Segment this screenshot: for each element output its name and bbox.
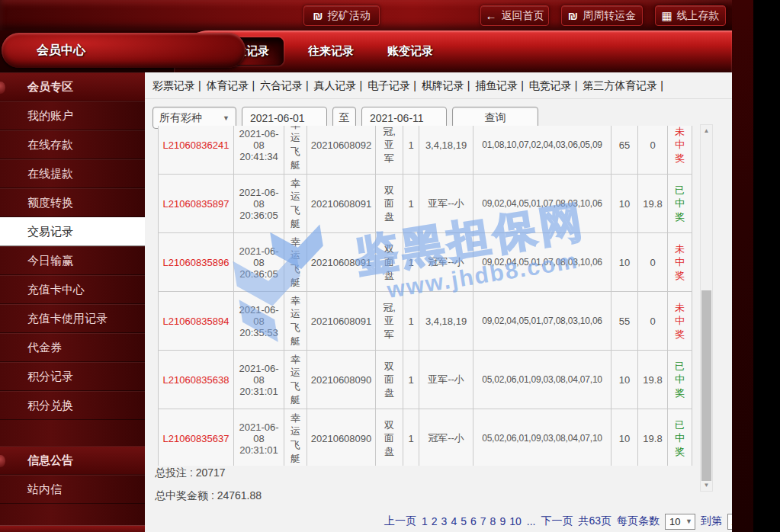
sidebar-item-site-mail[interactable]: 站内信 [0, 475, 145, 504]
order-id-link[interactable]: L21060835897 [163, 198, 230, 210]
page-link-5[interactable]: 5 [461, 515, 467, 527]
sidebar-item-member-zone[interactable]: 会员专区 [0, 72, 145, 101]
link-esports-records[interactable]: 电竞记录 [529, 79, 572, 91]
tab-transfer-records[interactable]: 往来记录 [308, 44, 354, 59]
status-badge: 已中奖 [672, 360, 688, 400]
bet-content: 冠军--小 [419, 409, 473, 466]
sidebar-item-label: 充值卡使用记录 [27, 312, 108, 326]
game-type: 幸运飞艇 [288, 353, 303, 406]
link-board-records[interactable]: 棋牌记录 [422, 79, 464, 91]
sidebar-item-quota-transfer[interactable]: 额度转换 [0, 188, 145, 217]
play-type: 双面盘 [382, 184, 397, 224]
record-tabs: 投注记录 往来记录 账变记录 [174, 30, 732, 72]
sidebar-item-announcements[interactable]: 信息公告 [0, 446, 145, 475]
link-lottery-records[interactable]: 彩票记录 [152, 79, 195, 91]
link-sports-records[interactable]: 体育记录 [207, 79, 249, 91]
tab-balance-records[interactable]: 账变记录 [387, 44, 433, 59]
status-badge: 未中奖 [672, 126, 688, 165]
game-type: 幸运飞艇 [288, 294, 303, 348]
order-id-link[interactable]: L21060835896 [163, 257, 230, 268]
goto-page-label: 到第 [701, 514, 722, 528]
sidebar-item-transaction-records[interactable]: 交易记录 [0, 217, 146, 246]
mining-activity-button[interactable]: ₪ 挖矿活动 [303, 5, 380, 26]
bank-card-icon: ▦ [661, 10, 672, 21]
weekly-bonus-button[interactable]: ₪ 周周转运金 [561, 5, 643, 26]
win-amount: 19.8 [638, 175, 668, 233]
sidebar-item-label: 信息公告 [27, 453, 73, 468]
record-type-links: 彩票记录| 体育记录| 六合记录| 真人记录| 电子记录| 棋牌记录| 捕鱼记录… [145, 72, 732, 99]
back-home-label: 返回首页 [502, 9, 544, 23]
sidebar-item-today-winloss[interactable]: 今日输赢 [0, 246, 145, 275]
total-bet-label: 总投注 [155, 466, 187, 479]
scroll-down-icon[interactable]: ▼ [701, 482, 712, 489]
page-link-10[interactable]: 10 [509, 515, 522, 527]
sidebar-item-recharge-card-usage[interactable]: 充值卡使用记录 [0, 304, 145, 333]
dropdown-arrow-icon: ▼ [223, 114, 230, 122]
scroll-up-icon[interactable]: ▲ [701, 127, 712, 134]
play-type: 双面盘 [382, 418, 397, 459]
sidebar-gap [0, 420, 145, 446]
order-id-link[interactable]: L21060835638 [163, 374, 230, 386]
link-egame-records[interactable]: 电子记录 [368, 79, 410, 91]
sidebar-item-points-exchange[interactable]: 积分兑换 [0, 391, 145, 420]
page-link-7[interactable]: 7 [480, 515, 486, 527]
link-fishing-records[interactable]: 捕鱼记录 [475, 79, 518, 91]
period-number: 20210608090 [307, 409, 376, 466]
bullet-icon [0, 82, 5, 94]
online-deposit-button[interactable]: ▦ 线上存款 [655, 5, 726, 26]
bet-time: 2021-06-08 20:41:34 [234, 126, 284, 175]
order-id-link[interactable]: L21060835637 [163, 433, 230, 444]
scrollbar-thumb[interactable] [701, 290, 711, 481]
sidebar-item-online-withdraw[interactable]: 在线提款 [0, 159, 145, 188]
draw-result: 09,02,04,05,01,07,08,03,10,06 [473, 233, 611, 292]
total-win-value: 24761.88 [217, 489, 262, 502]
sidebar-bottom-strip [0, 525, 145, 532]
draw-result: 05,02,06,01,09,03,08,04,07,10 [473, 351, 611, 409]
table-scrollbar[interactable]: ▲ ▼ [700, 124, 713, 492]
total-win-label: 总中奖金额 [155, 489, 208, 502]
period-number: 20210608091 [307, 233, 376, 292]
bet-time: 2021-06-08 20:31:01 [234, 351, 284, 409]
order-id-link[interactable]: L21060836241 [163, 139, 230, 151]
page-link-3[interactable]: 3 [441, 515, 448, 527]
member-center-capsule: 会员中心 [2, 33, 246, 68]
bet-count: 1 [403, 175, 419, 233]
per-page-select[interactable]: 10 ▼ [665, 514, 695, 530]
draw-result: 09,02,04,05,01,07,08,03,10,06 [473, 175, 611, 233]
back-arrow-icon: ← [486, 10, 497, 21]
sidebar-item-online-deposit[interactable]: 在线存款 [0, 130, 145, 159]
link-liuhe-records[interactable]: 六合记录 [260, 79, 303, 91]
back-home-button[interactable]: ← 返回首页 [480, 5, 549, 26]
win-amount: 0 [638, 292, 668, 351]
next-page-link[interactable]: 下一页 [541, 514, 573, 528]
dropdown-arrow-icon: ▼ [685, 518, 692, 525]
table-row: L21060835897 2021-06-08 20:36:05 幸运飞艇 20… [159, 175, 692, 233]
sidebar-item-recharge-card-center[interactable]: 充值卡中心 [0, 275, 145, 304]
page-link-9[interactable]: 9 [499, 515, 506, 527]
separator: | [360, 79, 363, 91]
sidebar-item-label: 额度转换 [27, 196, 73, 210]
game-type: 幸运飞艇 [288, 126, 303, 171]
game-type: 幸运飞艇 [288, 412, 303, 465]
bet-time: 2021-06-08 20:36:05 [234, 233, 284, 292]
bet-content: 3,4,18,19 [419, 126, 473, 175]
total-pages-label: 共63页 [578, 514, 611, 528]
page-link-1[interactable]: 1 [422, 515, 428, 527]
link-thirdparty-sports-records[interactable]: 第三方体育记录 [583, 79, 657, 91]
page-link-6[interactable]: 6 [470, 515, 477, 527]
order-id-link[interactable]: L21060835894 [163, 316, 230, 327]
status-badge: 已中奖 [672, 184, 688, 224]
page-link-2[interactable]: 2 [432, 515, 438, 527]
sidebar-item-my-account[interactable]: 我的账户 [0, 101, 145, 130]
link-live-records[interactable]: 真人记录 [314, 79, 357, 91]
page-link-4[interactable]: 4 [451, 515, 457, 527]
online-deposit-label: 线上存款 [677, 9, 720, 23]
total-bet-summary: 总投注 : 20717 [155, 466, 226, 480]
sidebar-item-points-records[interactable]: 积分记录 [0, 362, 145, 391]
page-link-8[interactable]: 8 [490, 515, 496, 527]
sidebar-item-label: 我的账户 [27, 109, 73, 123]
bet-count: 1 [403, 233, 419, 292]
lottery-type-value: 所有彩种 [159, 111, 202, 125]
prev-page-link[interactable]: 上一页 [384, 514, 416, 528]
sidebar-item-voucher[interactable]: 代金券 [0, 333, 145, 362]
